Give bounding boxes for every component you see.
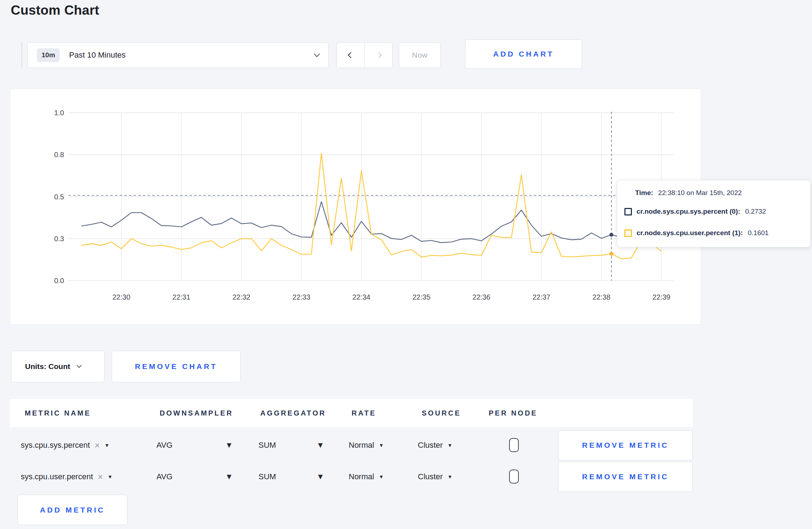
- toolbar-divider: [21, 42, 22, 68]
- prev-range-button[interactable]: [337, 43, 365, 68]
- custom-chart-page: { "page": { "title": "Custom Chart", "ac…: [0, 0, 812, 529]
- col-header-rate: RATE: [352, 399, 376, 427]
- page-title: Custom Chart: [11, 3, 99, 18]
- metrics-table-header: METRIC NAME DOWNSAMPLER AGGREGATOR RATE …: [10, 399, 693, 427]
- downsampler-select[interactable]: AVG: [156, 462, 173, 492]
- svg-text:22:39: 22:39: [652, 293, 670, 301]
- tooltip-series-label: cr.node.sys.cpu.user.percent (1):: [637, 229, 743, 237]
- time-range-label: Past 10 Minutes: [69, 50, 126, 60]
- source-select[interactable]: Cluster ▼: [418, 430, 453, 460]
- tooltip-series-label: cr.node.sys.cpu.sys.percent (0):: [637, 208, 740, 215]
- add-metric-button[interactable]: ADD METRIC: [18, 495, 127, 525]
- chevron-down-icon: [77, 363, 82, 368]
- col-header-downsampler: DOWNSAMPLER: [160, 399, 233, 427]
- table-row: sys.cpu.sys.percent × ▼ AVG ▼ SUM ▼ Norm…: [10, 430, 693, 460]
- dropdown-caret-icon: ▼: [379, 443, 384, 448]
- series-swatch-icon: [624, 229, 632, 237]
- svg-text:22:31: 22:31: [173, 293, 190, 301]
- svg-text:22:38: 22:38: [593, 293, 610, 301]
- svg-text:0.3: 0.3: [54, 235, 64, 243]
- col-header-per-node: PER NODE: [489, 399, 537, 427]
- svg-text:22:35: 22:35: [412, 293, 430, 301]
- svg-text:1.0: 1.0: [54, 109, 64, 117]
- dropdown-caret-icon: ▼: [105, 443, 110, 448]
- units-select[interactable]: Units: Count: [11, 351, 105, 382]
- dropdown-caret-icon: ▼: [448, 443, 453, 448]
- chevron-left-icon: [348, 52, 354, 58]
- svg-text:0.5: 0.5: [54, 193, 64, 201]
- aggregator-select[interactable]: SUM: [258, 430, 276, 460]
- svg-text:22:34: 22:34: [352, 293, 370, 301]
- clear-metric-icon[interactable]: ×: [95, 441, 100, 450]
- time-range-badge: 10m: [37, 48, 60, 62]
- remove-metric-button[interactable]: REMOVE METRIC: [558, 430, 693, 460]
- svg-text:22:32: 22:32: [232, 293, 250, 301]
- tooltip-time-value: 22:38:10 on Mar 15th, 2022: [658, 189, 741, 197]
- svg-text:22:36: 22:36: [473, 293, 490, 301]
- remove-chart-button[interactable]: REMOVE CHART: [112, 351, 241, 382]
- metric-name-select[interactable]: sys.cpu.sys.percent × ▼: [21, 430, 110, 460]
- svg-text:0.8: 0.8: [54, 151, 64, 159]
- rate-select[interactable]: Normal ▼: [349, 462, 384, 492]
- dropdown-caret-icon: ▼: [379, 474, 384, 479]
- add-chart-button[interactable]: ADD CHART: [465, 39, 582, 69]
- series-swatch-icon: [624, 208, 632, 215]
- per-node-checkbox[interactable]: [509, 470, 519, 484]
- dropdown-caret-icon: ▼: [448, 474, 453, 479]
- now-button[interactable]: Now: [399, 42, 441, 68]
- clear-metric-icon[interactable]: ×: [98, 472, 103, 481]
- tooltip-time-label: Time:: [635, 189, 653, 197]
- chart-tooltip: Time: 22:38:10 on Mar 15th, 2022 cr.node…: [617, 180, 811, 247]
- dropdown-caret-icon: ▼: [225, 430, 233, 460]
- col-header-metric-name: METRIC NAME: [25, 399, 91, 427]
- svg-text:22:33: 22:33: [293, 293, 310, 301]
- source-select[interactable]: Cluster ▼: [418, 462, 453, 492]
- chevron-down-icon: [314, 51, 320, 57]
- tooltip-series-value: 0.2732: [745, 208, 766, 215]
- table-row: sys.cpu.user.percent × ▼ AVG ▼ SUM ▼ Nor…: [10, 462, 693, 492]
- dropdown-caret-icon: ▼: [107, 474, 112, 479]
- metric-name-select[interactable]: sys.cpu.user.percent × ▼: [21, 462, 112, 492]
- svg-text:0.0: 0.0: [54, 277, 64, 285]
- per-node-checkbox[interactable]: [509, 438, 519, 452]
- timeseries-chart[interactable]: 1.00.80.50.30.022:3022:3122:3222:3322:34…: [10, 89, 700, 324]
- tooltip-series-value: 0.1601: [748, 229, 769, 237]
- rate-select[interactable]: Normal ▼: [349, 430, 384, 460]
- dropdown-caret-icon: ▼: [316, 462, 324, 492]
- col-header-aggregator: AGGREGATOR: [260, 399, 326, 427]
- next-range-button[interactable]: [365, 43, 392, 68]
- downsampler-select[interactable]: AVG: [156, 430, 173, 460]
- dropdown-caret-icon: ▼: [316, 430, 324, 460]
- svg-text:22:30: 22:30: [112, 293, 130, 301]
- dropdown-caret-icon: ▼: [225, 462, 233, 492]
- time-nav-group: [337, 42, 393, 68]
- svg-text:22:37: 22:37: [532, 293, 550, 301]
- chevron-right-icon: [376, 52, 382, 58]
- chart-card: 1.00.80.50.30.022:3022:3122:3222:3322:34…: [10, 89, 701, 325]
- time-range-select[interactable]: 10m Past 10 Minutes: [27, 42, 329, 68]
- remove-metric-button[interactable]: REMOVE METRIC: [558, 462, 693, 492]
- col-header-source: SOURCE: [422, 399, 461, 427]
- aggregator-select[interactable]: SUM: [258, 462, 276, 492]
